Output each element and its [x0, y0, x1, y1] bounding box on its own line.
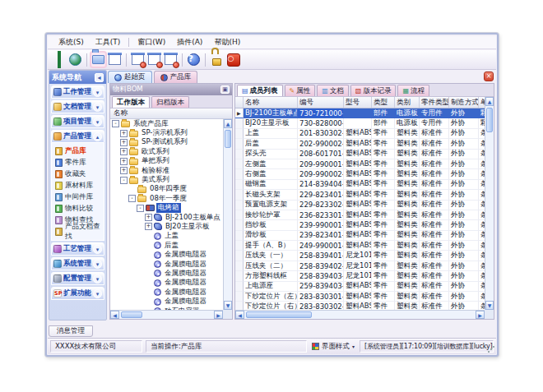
- table-row[interactable]: 挡纱板239-990001-01I塑料ABS零件塑料类标准件外协条: [235, 220, 485, 230]
- tree-node-label[interactable]: SP-演示机系列: [140, 128, 189, 138]
- column-header-1[interactable]: 名称: [244, 97, 298, 108]
- help-button[interactable]: [187, 53, 201, 67]
- scroll-down-icon[interactable]: [485, 301, 494, 310]
- column-header-5[interactable]: 类别: [395, 97, 420, 108]
- tree-node-label[interactable]: 08年四季度: [148, 184, 188, 194]
- chevron-down-icon[interactable]: ▾: [93, 245, 102, 254]
- sidebar-item-intermediate-library[interactable]: 中间件库: [55, 191, 103, 203]
- tree-row[interactable]: +金属膜电阻器: [110, 250, 223, 259]
- tree-column-header[interactable]: 名称: [110, 108, 232, 119]
- tree-row[interactable]: +SP-演示机系列: [110, 128, 223, 137]
- tab-flow[interactable]: ▦流程: [397, 85, 429, 96]
- sidebar-item-raw-material-library[interactable]: 原材料库: [55, 180, 103, 191]
- chevron-down-icon[interactable]: ▾: [93, 289, 102, 298]
- sidebar-group-header-project[interactable]: 项目管理▾: [51, 115, 104, 128]
- chevron-up-icon[interactable]: ▴: [93, 132, 102, 141]
- sidebar-item-favorites[interactable]: 收藏夹: [55, 168, 103, 180]
- sidebar-group-header-document[interactable]: 文档管理▾: [51, 100, 104, 113]
- tree-row[interactable]: -美式系列: [110, 175, 223, 184]
- table-row[interactable]: 后盖202-990002-01I塑料ABS零件塑料类标准件外协条: [235, 139, 485, 149]
- scroll-down-icon[interactable]: [224, 301, 232, 310]
- tree-node-label[interactable]: 金属膜电阻器: [163, 278, 208, 288]
- tree-row[interactable]: +后盖: [110, 241, 223, 250]
- sidebar-group-header-system[interactable]: 系统管理▾: [51, 257, 104, 270]
- table-row[interactable]: BJ20主显示板730-828000-04I部件电源板专用件外协颗: [235, 118, 485, 128]
- lock-button[interactable]: [210, 53, 224, 67]
- tree-row[interactable]: +金属膜电阻器: [110, 269, 223, 278]
- scroll-thumb[interactable]: [246, 311, 312, 318]
- scroll-left-icon[interactable]: [235, 311, 244, 319]
- tree-node-label[interactable]: 单把系列: [140, 156, 171, 166]
- table-row[interactable]: 下纱定位片（左）283-830301-00I塑料ABS零件塑料类标准件外协条: [235, 292, 485, 302]
- table-row[interactable]: BJ-2100主板单点730-721000-12I部件电源板专用件外协颗: [235, 108, 485, 118]
- table-row[interactable]: 上电源座259-839403-00I塑料ABS零件塑料类标准件外协条: [235, 282, 485, 292]
- table-row[interactable]: 压线夹（一）258-839401-00I尼龙1010零件塑料类标准件外协条: [235, 251, 485, 261]
- tree-vertical-scrollbar[interactable]: [223, 119, 232, 310]
- tree-row[interactable]: +金属膜电阻器: [110, 297, 223, 306]
- menu-item-2[interactable]: 工具(T): [90, 36, 127, 48]
- tree-row[interactable]: +金属膜电阻器: [110, 288, 223, 297]
- tree-row[interactable]: +BJ20主显示板: [110, 222, 223, 231]
- table-row[interactable]: 接纱轮护罩236-823301-00I塑料ABS零件塑料类标准件外协条: [235, 210, 485, 220]
- expand-icon[interactable]: +: [145, 223, 152, 230]
- expand-icon[interactable]: +: [120, 139, 128, 146]
- tree-row[interactable]: +检验标准: [110, 166, 223, 175]
- scroll-right-icon[interactable]: [214, 311, 223, 319]
- scroll-up-icon[interactable]: [224, 119, 232, 128]
- table-row[interactable]: 长磁头支架229-823401-00I塑料ABS零件塑料类标准件外协条: [235, 190, 485, 200]
- tree-node-label[interactable]: 金属膜电阻器: [163, 269, 208, 279]
- column-header-3[interactable]: 型号: [344, 97, 372, 108]
- tree-node-label[interactable]: 系统产品库: [132, 119, 170, 129]
- pin-button[interactable]: [220, 85, 230, 94]
- message-tab[interactable]: 消息管理: [49, 325, 93, 337]
- sidebar-item-product-doc-search[interactable]: 产品文档查找: [55, 226, 103, 238]
- collapse-icon[interactable]: -: [120, 177, 128, 184]
- table-row[interactable]: 上盖201-830302-00I塑料ABS零件塑料类标准件外协条: [235, 129, 485, 139]
- tab-version-2[interactable]: 归档版本: [151, 96, 189, 108]
- expand-icon[interactable]: +: [120, 167, 128, 174]
- expand-icon[interactable]: +: [120, 158, 128, 165]
- column-header-6[interactable]: 零件类型: [420, 97, 449, 108]
- sidebar-item-parts-library[interactable]: 零件库: [55, 157, 103, 168]
- tree-node-label[interactable]: 上盖: [163, 231, 180, 241]
- scroll-left-icon[interactable]: [110, 311, 119, 319]
- collapse-icon[interactable]: -: [128, 195, 136, 202]
- chevron-down-icon[interactable]: ▾: [93, 260, 102, 269]
- table-row[interactable]: 方形塑料线框258-839403-00I尼龙1010零件塑料类标准件外协条: [235, 271, 485, 281]
- tree-node-label[interactable]: 美式系列: [140, 175, 171, 185]
- menu-item-5[interactable]: 帮助(H): [208, 36, 246, 48]
- scroll-thumb[interactable]: [225, 130, 231, 148]
- tree-node-label[interactable]: 后盖: [163, 241, 180, 251]
- chevron-down-icon[interactable]: ▾: [93, 88, 102, 97]
- tree-row[interactable]: +08年四季度: [110, 185, 223, 194]
- tree-row[interactable]: +BJ-2100主板单点: [110, 213, 223, 222]
- tree-row[interactable]: -系统产品库: [110, 119, 223, 128]
- tree-node-label[interactable]: 欧式系列: [140, 147, 171, 157]
- table-row[interactable]: 下纱定位片（右）283-830302-00I塑料ABS零件塑料类标准件外协条: [235, 302, 485, 310]
- tree-node-label[interactable]: SP-测试机系列: [140, 137, 189, 147]
- scroll-right-icon[interactable]: [476, 311, 485, 319]
- sidebar-collapse-button[interactable]: ◂: [95, 73, 104, 82]
- expand-icon[interactable]: +: [145, 214, 152, 221]
- tree-node-label[interactable]: 金属膜电阻器: [163, 297, 208, 307]
- collapse-icon[interactable]: -: [137, 205, 144, 212]
- tab-version-1[interactable]: 工作版本: [112, 96, 150, 108]
- tree-node-label[interactable]: 金属膜电阻器: [163, 288, 208, 297]
- tab-version[interactable]: ▧版本记录: [350, 85, 397, 96]
- table-horizontal-scrollbar[interactable]: [235, 310, 485, 319]
- tab-doc[interactable]: ▥文档: [317, 85, 349, 96]
- table-row[interactable]: 右侧盖209-990002-01I塑料ABS零件塑料类标准件外协条: [235, 169, 485, 179]
- sidebar-group-header-process[interactable]: 工艺管理▾: [51, 242, 104, 256]
- globe-button[interactable]: [68, 53, 82, 67]
- column-header-7[interactable]: 制造方式: [449, 97, 479, 108]
- tree-node-label[interactable]: BJ-2100主板单点: [164, 213, 222, 223]
- table-row[interactable]: 磁钢盖214-839404-01I塑料ABS零件塑料类标准件外协条: [235, 180, 485, 190]
- chevron-down-icon[interactable]: ▾: [93, 103, 102, 112]
- chevron-down-icon[interactable]: ▾: [93, 274, 102, 284]
- tree-row[interactable]: +金属膜电阻器: [110, 279, 223, 288]
- tab-product-library[interactable]: 产品库: [154, 71, 198, 83]
- close-document-icon[interactable]: [484, 71, 494, 81]
- close-window-button[interactable]: [164, 53, 178, 67]
- tree-node-label[interactable]: 金属膜电阻器: [163, 260, 208, 270]
- menu-item-1[interactable]: 系统(S): [53, 36, 90, 48]
